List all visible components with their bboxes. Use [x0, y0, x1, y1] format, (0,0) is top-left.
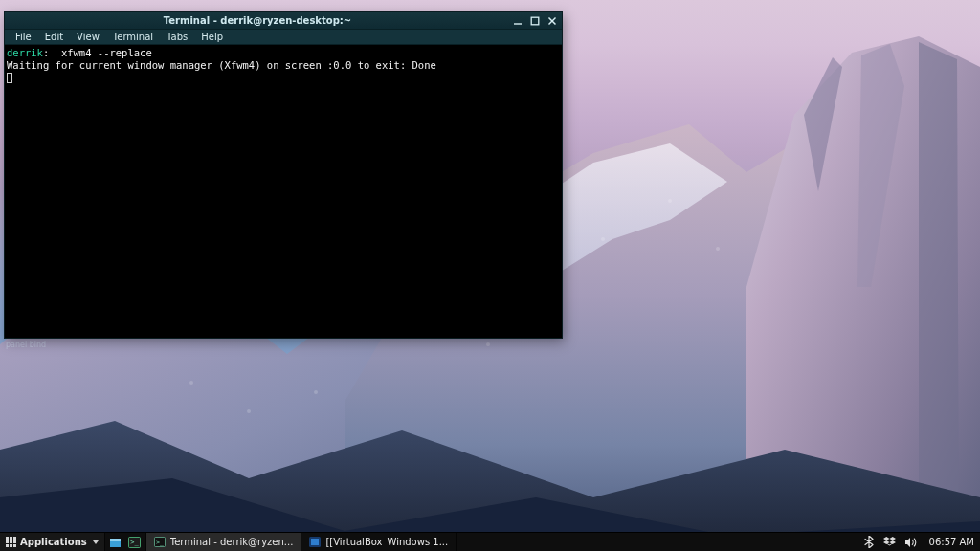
window-titlebar[interactable]: Terminal - derrik@ryzen-desktop:~ [5, 12, 562, 30]
taskbar: Applications >_ >_ Terminal - derrik@ryz… [0, 532, 980, 551]
apps-grid-icon [6, 537, 16, 547]
volume-icon[interactable] [904, 536, 918, 549]
svg-rect-10 [531, 17, 539, 25]
svg-point-4 [668, 199, 672, 203]
svg-rect-20 [311, 539, 319, 545]
menu-edit[interactable]: Edit [38, 31, 70, 43]
prompt-user: derrik [7, 47, 43, 58]
terminal-cursor [7, 73, 12, 83]
taskbar-task-label: Terminal - derrik@ryzen... [170, 537, 294, 547]
menu-tabs[interactable]: Tabs [160, 31, 194, 43]
taskbar-clock[interactable]: 06:57 AM [924, 537, 980, 547]
applications-menu-label: Applications [20, 537, 87, 547]
bluetooth-icon[interactable] [862, 536, 876, 549]
window-maximize-button[interactable] [527, 14, 543, 28]
applications-menu-button[interactable]: Applications [0, 533, 105, 551]
window-minimize-button[interactable] [510, 14, 525, 28]
menu-help[interactable]: Help [194, 31, 230, 43]
terminal-window: Terminal - derrik@ryzen-desktop:~ File E… [4, 11, 563, 339]
svg-text:>_: >_ [130, 539, 139, 546]
window-close-button[interactable] [545, 14, 560, 28]
svg-rect-14 [110, 539, 121, 541]
menu-terminal[interactable]: Terminal [106, 31, 160, 43]
terminal-body[interactable]: derrik: xfwm4 --replace Waiting for curr… [5, 45, 562, 338]
terminal-output-line: Waiting for current window manager (Xfwm… [7, 59, 436, 71]
taskbar-task-terminal[interactable]: >_ Terminal - derrik@ryzen... [146, 533, 302, 551]
quick-launch-show-desktop-icon[interactable] [109, 536, 122, 549]
svg-rect-13 [110, 541, 121, 547]
svg-text:>_: >_ [156, 539, 164, 546]
svg-point-1 [486, 342, 490, 346]
quick-launch-terminal-icon[interactable]: >_ [128, 536, 142, 549]
command-text: xfwm4 --replace [49, 47, 151, 58]
window-menubar: File Edit View Terminal Tabs Help [5, 30, 562, 45]
menu-view[interactable]: View [70, 31, 106, 43]
svg-point-8 [314, 390, 318, 394]
window-title: Terminal - derrik@ryzen-desktop:~ [7, 15, 508, 26]
chevron-down-icon [93, 540, 99, 544]
quick-launch: >_ [105, 533, 146, 551]
terminal-icon: >_ [154, 537, 166, 548]
taskbar-task-label: [[VirtualBox_Windows 1... [325, 537, 448, 547]
virtualbox-icon [309, 537, 321, 548]
dropbox-icon[interactable] [883, 536, 897, 549]
taskbar-task-virtualbox[interactable]: [[VirtualBox_Windows 1... [301, 533, 457, 551]
svg-point-3 [601, 237, 605, 241]
menu-file[interactable]: File [9, 31, 38, 43]
svg-point-6 [189, 381, 193, 385]
svg-point-5 [716, 247, 720, 251]
svg-point-7 [247, 409, 251, 413]
stray-desktop-label: panel bind [6, 341, 46, 349]
system-tray [857, 533, 924, 551]
